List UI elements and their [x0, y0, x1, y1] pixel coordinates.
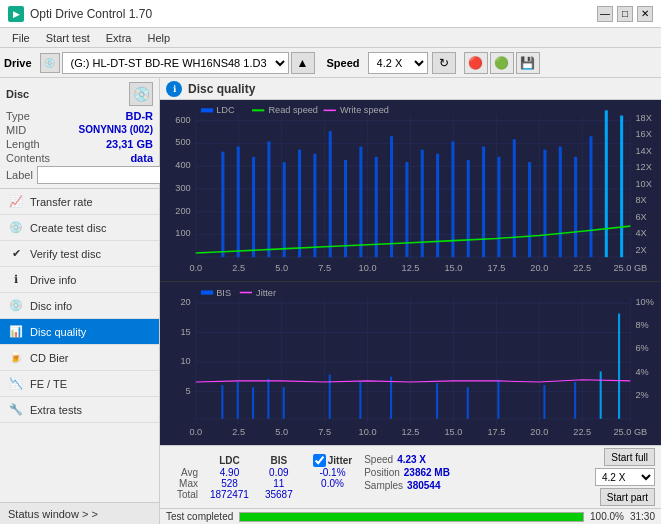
- status-window-button[interactable]: Status window > >: [0, 502, 159, 524]
- svg-rect-68: [574, 157, 577, 257]
- nav-create-test-disc-label: Create test disc: [30, 222, 106, 234]
- nav-disc-quality[interactable]: 📊 Disc quality: [0, 319, 159, 345]
- disc-contents-label: Contents: [6, 152, 50, 164]
- chart-bottom-svg: 20 15 10 5 10% 8% 6% 4% 2% 0.0 2.5 5.0 7…: [160, 282, 661, 445]
- svg-text:300: 300: [175, 183, 190, 193]
- svg-text:5.0: 5.0: [275, 263, 288, 273]
- ldc-max: 528: [202, 478, 257, 489]
- maximize-button[interactable]: □: [617, 6, 633, 22]
- svg-text:0.0: 0.0: [189, 426, 202, 436]
- samples-value: 380544: [407, 480, 440, 491]
- progress-bar-container: Test completed 100.0% 31:30: [160, 508, 661, 524]
- app-title: Opti Drive Control 1.70: [30, 7, 152, 21]
- svg-rect-67: [559, 147, 562, 258]
- ldc-total: 1872471: [202, 489, 257, 500]
- svg-rect-121: [359, 382, 361, 419]
- svg-text:17.5: 17.5: [487, 426, 505, 436]
- minimize-button[interactable]: —: [597, 6, 613, 22]
- progress-time: 31:30: [630, 511, 655, 522]
- svg-rect-127: [574, 382, 576, 419]
- nav-extra-tests-label: Extra tests: [30, 404, 82, 416]
- disc-mid-value: SONYNN3 (002): [79, 124, 153, 136]
- menu-file[interactable]: File: [4, 30, 38, 46]
- fe-te-icon: 📉: [8, 376, 24, 392]
- chart-top: 600 500 400 300 200 100 18X 16X 14X 12X …: [160, 100, 661, 282]
- svg-rect-120: [329, 375, 331, 419]
- nav-create-test-disc[interactable]: 💿 Create test disc: [0, 215, 159, 241]
- speed-refresh-button[interactable]: ↻: [432, 52, 456, 74]
- right-controls: Start full 4.2 X Start part: [595, 448, 655, 506]
- nav-verify-test-disc-label: Verify test disc: [30, 248, 101, 260]
- svg-rect-51: [313, 154, 316, 257]
- svg-rect-61: [467, 160, 470, 257]
- toolbar-btn-3[interactable]: 💾: [516, 52, 540, 74]
- svg-text:10: 10: [180, 356, 190, 366]
- nav-verify-test-disc[interactable]: ✔ Verify test disc: [0, 241, 159, 267]
- svg-text:12.5: 12.5: [402, 426, 420, 436]
- speed-select[interactable]: 4.2 X: [368, 52, 428, 74]
- nav-drive-info[interactable]: ℹ Drive info: [0, 267, 159, 293]
- svg-text:15: 15: [180, 326, 190, 336]
- disc-section: Disc 💿 Type BD-R MID SONYNN3 (002) Lengt…: [0, 78, 159, 189]
- svg-text:20.0: 20.0: [530, 426, 548, 436]
- svg-rect-122: [390, 377, 392, 419]
- menu-start-test[interactable]: Start test: [38, 30, 98, 46]
- total-label: Total: [166, 489, 202, 500]
- svg-text:22.5: 22.5: [573, 263, 591, 273]
- svg-text:5.0: 5.0: [275, 426, 288, 436]
- menu-extra[interactable]: Extra: [98, 30, 140, 46]
- drive-icon: 💿: [40, 53, 60, 73]
- disc-quality-header: ℹ Disc quality: [160, 78, 661, 100]
- start-full-button[interactable]: Start full: [604, 448, 655, 466]
- ldc-header: LDC: [202, 454, 257, 467]
- disc-section-title: Disc: [6, 88, 29, 100]
- cd-bier-icon: 🍺: [8, 350, 24, 366]
- jitter-checkbox[interactable]: [313, 454, 326, 467]
- svg-text:7.5: 7.5: [318, 426, 331, 436]
- nav-transfer-rate[interactable]: 📈 Transfer rate: [0, 189, 159, 215]
- svg-rect-123: [436, 383, 438, 419]
- svg-text:25.0 GB: 25.0 GB: [613, 263, 647, 273]
- toolbar-btn-1[interactable]: 🔴: [464, 52, 488, 74]
- svg-text:500: 500: [175, 137, 190, 147]
- svg-text:4%: 4%: [635, 366, 648, 376]
- speed-info-label: Speed: [364, 454, 393, 465]
- nav-extra-tests[interactable]: 🔧 Extra tests: [0, 397, 159, 423]
- progress-percent: 100.0%: [590, 511, 624, 522]
- svg-rect-72: [201, 108, 213, 112]
- bis-total: 35687: [257, 489, 301, 500]
- right-panel: ℹ Disc quality: [160, 78, 661, 524]
- svg-rect-128: [600, 371, 602, 418]
- left-panel: Disc 💿 Type BD-R MID SONYNN3 (002) Lengt…: [0, 78, 160, 524]
- nav-fe-te[interactable]: 📉 FE / TE: [0, 371, 159, 397]
- main-content: Disc 💿 Type BD-R MID SONYNN3 (002) Lengt…: [0, 78, 661, 524]
- position-value: 23862 MB: [404, 467, 450, 478]
- toolbar-btn-2[interactable]: 🟢: [490, 52, 514, 74]
- svg-text:20.0: 20.0: [530, 263, 548, 273]
- progress-bar-inner: [240, 513, 583, 521]
- svg-text:2%: 2%: [635, 390, 648, 400]
- svg-text:6X: 6X: [635, 212, 646, 222]
- start-part-button[interactable]: Start part: [600, 488, 655, 506]
- nav-disc-info[interactable]: 💿 Disc info: [0, 293, 159, 319]
- speed-select-small[interactable]: 4.2 X: [595, 468, 655, 486]
- drive-select[interactable]: (G:) HL-DT-ST BD-RE WH16NS48 1.D3: [62, 52, 289, 74]
- title-bar: ▶ Opti Drive Control 1.70 — □ ✕: [0, 0, 661, 28]
- svg-rect-65: [528, 162, 531, 257]
- svg-rect-63: [497, 157, 500, 257]
- svg-text:10.0: 10.0: [359, 263, 377, 273]
- nav-disc-quality-label: Disc quality: [30, 326, 86, 338]
- eject-button[interactable]: ▲: [291, 52, 315, 74]
- close-button[interactable]: ✕: [637, 6, 653, 22]
- svg-rect-71: [620, 116, 623, 258]
- svg-text:2.5: 2.5: [232, 426, 245, 436]
- nav-drive-info-label: Drive info: [30, 274, 76, 286]
- svg-rect-118: [267, 379, 269, 419]
- position-label: Position: [364, 467, 400, 478]
- nav-cd-bier[interactable]: 🍺 CD Bier: [0, 345, 159, 371]
- svg-rect-119: [283, 387, 285, 419]
- drive-info-icon: ℹ: [8, 272, 24, 288]
- menu-help[interactable]: Help: [139, 30, 178, 46]
- disc-quality-icon: 📊: [8, 324, 24, 340]
- svg-text:Jitter: Jitter: [256, 287, 276, 297]
